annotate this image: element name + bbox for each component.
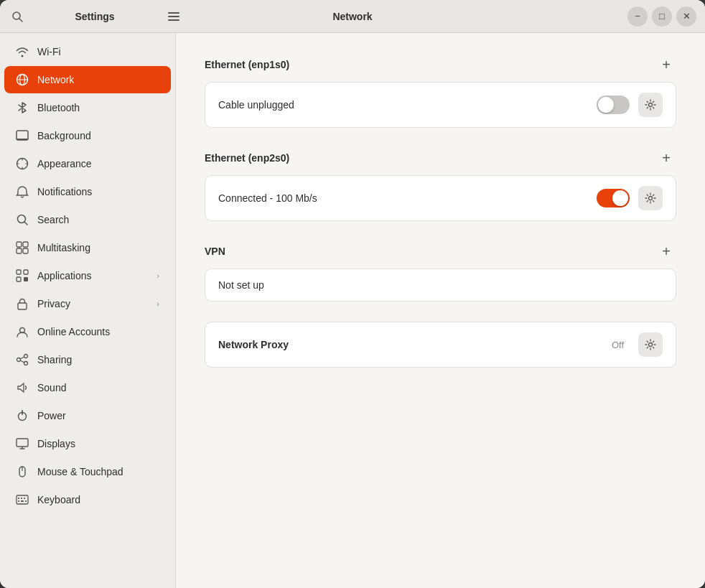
sidebar-item-multitasking[interactable]: Multitasking [4,234,171,261]
menu-button[interactable] [164,9,184,24]
sidebar-item-network[interactable]: Network [4,66,171,93]
svg-rect-13 [17,242,22,247]
sidebar-item-sound[interactable]: Sound [4,374,171,401]
privacy-chevron-icon: › [157,299,159,308]
ethernet1-title: Ethernet (enp1s0) [205,59,289,70]
sidebar-item-appearance-label: Appearance [37,158,159,169]
settings-title: Settings [32,11,158,22]
titlebar-left: Settings [9,8,184,25]
sidebar-item-sound-label: Sound [37,382,159,393]
sidebar-item-keyboard-label: Keyboard [37,494,159,505]
svg-rect-38 [24,498,25,499]
ethernet2-header: Ethernet (enp2s0) + [205,148,676,168]
sidebar-item-power-label: Power [37,410,159,421]
vpn-not-set-label: Not set up [218,279,264,291]
svg-rect-18 [24,270,28,274]
sidebar-item-online-accounts-label: Online Accounts [37,326,159,337]
search-button[interactable] [9,8,26,25]
sidebar-item-notifications[interactable]: Notifications [4,178,171,205]
proxy-settings-button[interactable] [638,332,663,357]
connected-toggle[interactable] [597,189,630,207]
toggle-knob [612,190,628,206]
svg-rect-36 [18,498,19,499]
sound-icon [16,381,29,394]
titlebar: Settings Network − □ ✕ [0,0,705,33]
sidebar-item-online-accounts[interactable]: Online Accounts [4,318,171,345]
svg-rect-39 [18,500,19,502]
sidebar-item-applications[interactable]: Applications › [4,262,171,289]
svg-rect-35 [17,495,28,504]
svg-rect-2 [168,12,179,14]
svg-point-23 [24,355,28,358]
vpn-not-set-card: Not set up [205,269,676,302]
main-content: Ethernet (enp1s0) + Cable unplugged [176,33,705,588]
proxy-row: Network Proxy Off [205,322,676,367]
svg-rect-15 [17,248,22,253]
ethernet2-add-button[interactable]: + [656,148,676,168]
svg-rect-41 [25,500,27,502]
proxy-status: Off [612,340,624,350]
window-controls: − □ ✕ [627,6,696,27]
sidebar-item-wifi[interactable]: Wi-Fi [4,38,171,65]
multitasking-icon [16,241,29,254]
maximize-button[interactable]: □ [652,6,672,27]
sidebar-item-privacy-label: Privacy [37,298,148,309]
sidebar-item-displays[interactable]: Displays [4,430,171,457]
proxy-card: Network Proxy Off [205,322,676,368]
connected-settings-button[interactable] [638,186,663,210]
svg-point-25 [24,362,28,365]
sidebar-item-mouse-touchpad-label: Mouse & Touchpad [37,466,159,477]
cable-unplugged-toggle[interactable] [597,95,630,114]
svg-rect-40 [21,500,24,502]
svg-rect-19 [17,277,21,281]
minimize-button[interactable]: − [627,6,648,27]
sidebar-item-mouse-touchpad[interactable]: Mouse & Touchpad [4,458,171,485]
svg-point-44 [649,343,653,347]
svg-point-24 [17,358,21,362]
search-sidebar-icon [16,213,29,226]
online-accounts-icon [16,325,29,338]
vpn-add-button[interactable]: + [656,241,676,261]
svg-rect-4 [168,19,179,21]
sidebar-item-privacy[interactable]: Privacy › [4,290,171,317]
sidebar-item-applications-label: Applications [37,270,148,281]
sidebar-item-background-label: Background [37,130,159,141]
svg-rect-20 [24,277,28,281]
settings-window: Settings Network − □ ✕ [0,0,705,588]
svg-line-27 [20,360,24,363]
appearance-icon [16,157,29,170]
content-area: Wi-Fi Network [0,33,705,588]
proxy-label: Network Proxy [218,339,603,350]
power-icon [16,409,29,422]
svg-rect-9 [17,139,28,140]
sidebar-item-wifi-label: Wi-Fi [37,46,159,57]
sidebar-item-appearance[interactable]: Appearance [4,150,171,177]
privacy-icon [16,297,29,310]
sidebar-item-sharing[interactable]: Sharing [4,346,171,373]
close-button[interactable]: ✕ [676,6,696,27]
vpn-section: VPN + Not set up [205,241,676,302]
svg-rect-3 [168,16,179,17]
sidebar-item-bluetooth-label: Bluetooth [37,102,159,113]
svg-line-26 [20,357,24,359]
sidebar-item-keyboard[interactable]: Keyboard [4,486,171,513]
svg-line-1 [19,19,22,22]
svg-point-42 [649,103,653,107]
sidebar-item-search-label: Search [37,214,159,225]
bluetooth-icon [16,101,29,114]
connected-label: Connected - 100 Mb/s [218,192,588,204]
panel-title: Network [332,11,372,22]
keyboard-icon [16,493,29,506]
sidebar-item-search[interactable]: Search [4,206,171,233]
ethernet1-add-button[interactable]: + [656,55,676,75]
toggle-knob [598,97,614,113]
ethernet1-section: Ethernet (enp1s0) + Cable unplugged [205,55,676,128]
svg-rect-17 [17,270,21,274]
proxy-section: Network Proxy Off [205,322,676,368]
wifi-icon [16,45,29,58]
sidebar-item-power[interactable]: Power [4,402,171,429]
sidebar-item-background[interactable]: Background [4,122,171,149]
mouse-icon [16,465,29,478]
sidebar-item-bluetooth[interactable]: Bluetooth [4,94,171,121]
cable-unplugged-settings-button[interactable] [638,93,663,117]
